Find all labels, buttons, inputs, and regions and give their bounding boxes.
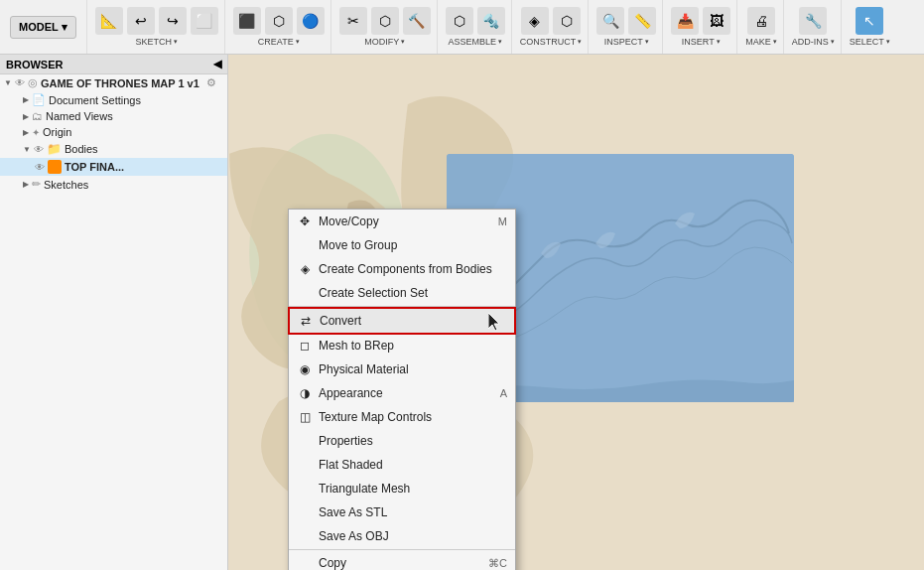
create-arrow: ▾ [296,38,300,46]
sketch-arrow: ▾ [174,38,178,46]
browser-item-sketches[interactable]: ▶ ✏ Sketches [0,176,227,193]
ctx-save-stl[interactable]: Save As STL [289,500,515,524]
browser-collapse[interactable]: ◀ [213,58,221,71]
top-fina-body-icon [48,160,62,174]
ctx-create-components-label: Create Components from Bodies [319,262,492,276]
browser-item-bodies[interactable]: ▼ 👁 📁 Bodies [0,140,227,158]
ctx-move-copy[interactable]: ✥ Move/Copy M [289,210,515,233]
ctx-copy-label: Copy [319,556,346,570]
ctx-flat-shaded[interactable]: Flat Shaded [289,453,515,477]
ctx-separator-1 [289,306,515,307]
physical-material-icon: ◉ [297,361,313,377]
assemble-group: ⬡ 🔩 ASSEMBLE ▾ [440,0,512,54]
assemble-icon1[interactable]: ⬡ [446,7,473,35]
ctx-create-selection-label: Create Selection Set [319,286,428,300]
root-label: GAME OF THRONES MAP 1 v1 [41,77,199,89]
sketch-icon1[interactable]: 📐 [95,7,123,35]
browser-title: BROWSER [6,59,63,71]
make-arrow: ▾ [773,38,777,46]
addins-icon1[interactable]: 🔧 [799,7,827,35]
named-views-label: Named Views [46,110,113,122]
mesh-brep-icon: ◻ [297,338,313,354]
flat-shaded-icon [297,457,313,473]
save-stl-icon [297,504,313,520]
insert-arrow: ▾ [717,38,721,46]
ctx-appearance[interactable]: ◑ Appearance A [289,381,515,405]
ctx-move-to-group[interactable]: Move to Group [289,233,515,257]
create-icon3[interactable]: 🔵 [297,7,325,35]
create-icon2[interactable]: ⬡ [265,7,293,35]
modify-icon3[interactable]: 🔨 [403,7,431,35]
select-group: ↖ SELECT ▾ [844,0,896,54]
ctx-triangulate-mesh[interactable]: Triangulate Mesh [289,477,515,500]
insert-label[interactable]: INSERT ▾ [682,37,721,47]
ctx-save-stl-label: Save As STL [319,505,387,519]
cursor-icon [488,313,502,333]
sketch-label[interactable]: SKETCH ▾ [135,37,178,47]
ctx-texture-map[interactable]: ◫ Texture Map Controls [289,405,515,429]
construct-icon2[interactable]: ⬡ [553,7,581,35]
create-label[interactable]: CREATE ▾ [258,37,300,47]
move-copy-icon: ✥ [297,214,313,229]
browser-item-named-views[interactable]: ▶ 🗂 Named Views [0,108,227,124]
insert-icon1[interactable]: 📥 [671,7,699,35]
sketch-icon2[interactable]: ↩ [127,7,155,35]
ctx-mesh-to-brep[interactable]: ◻ Mesh to BRep [289,334,515,357]
root-eye-icon: 👁 [15,77,25,88]
model-arrow: ▾ [62,21,67,34]
inspect-icon2[interactable]: 📏 [628,7,656,35]
ctx-save-obj-label: Save As OBJ [319,529,389,543]
root-icon: ◎ [28,76,38,89]
modify-icon2[interactable]: ⬡ [371,7,399,35]
browser-item-top-fina[interactable]: 👁 TOP FINA... [0,158,227,176]
select-label[interactable]: SELECT ▾ [850,37,890,47]
top-fina-label: TOP FINA... [65,161,124,173]
ctx-convert[interactable]: ⇄ Convert [289,308,515,334]
browser-item-doc-settings[interactable]: ▶ 📄 Document Settings [0,91,227,108]
ctx-properties[interactable]: Properties [289,429,515,453]
ctx-physical-material[interactable]: ◉ Physical Material [289,357,515,381]
modify-icon1[interactable]: ✂ [339,7,367,35]
assemble-label[interactable]: ASSEMBLE ▾ [448,37,502,47]
select-icon1[interactable]: ↖ [856,7,883,35]
assemble-icon2[interactable]: 🔩 [477,7,505,35]
ctx-flat-shaded-label: Flat Shaded [319,458,383,472]
doc-settings-expand-icon: ▶ [23,95,29,104]
make-icon1[interactable]: 🖨 [747,7,775,35]
save-obj-icon [297,528,313,544]
ctx-create-components[interactable]: ◈ Create Components from Bodies [289,257,515,281]
create-selection-icon [297,285,313,301]
modify-label[interactable]: MODIFY ▾ [364,37,405,47]
inspect-icon1[interactable]: 🔍 [596,7,624,35]
model-button[interactable]: MODEL ▾ [10,16,76,39]
browser-item-origin[interactable]: ▶ ✦ Origin [0,124,227,140]
addins-label[interactable]: ADD-INS ▾ [792,37,835,47]
inspect-arrow: ▾ [645,38,649,46]
make-label[interactable]: MAKE ▾ [745,37,777,47]
construct-icon1[interactable]: ◈ [521,7,549,35]
bodies-label: Bodies [65,143,98,155]
create-icon1[interactable]: ⬛ [233,7,261,35]
ctx-triangulate-label: Triangulate Mesh [319,482,410,496]
browser-item-root[interactable]: ▼ 👁 ◎ GAME OF THRONES MAP 1 v1 ⚙ [0,74,227,91]
inspect-label[interactable]: INSPECT ▾ [604,37,649,47]
ctx-separator-2 [289,549,515,550]
root-expand-icon: ▼ [4,78,12,87]
copy-icon [297,555,313,570]
assemble-arrow: ▾ [498,38,502,46]
ctx-move-copy-label: Move/Copy [319,214,379,228]
move-copy-shortcut: M [498,215,507,227]
sketches-label: Sketches [44,179,88,191]
root-settings-icon: ⚙ [206,76,216,89]
ctx-save-obj[interactable]: Save As OBJ [289,524,515,548]
texture-map-icon: ◫ [297,409,313,425]
insert-group: 📥 🖼 INSERT ▾ [665,0,737,54]
ctx-create-selection-set[interactable]: Create Selection Set [289,281,515,305]
sketch-icon4[interactable]: ⬜ [191,7,218,35]
construct-label[interactable]: CONSTRUCT ▾ [520,37,583,47]
insert-icon2[interactable]: 🖼 [703,7,730,35]
sketch-group: 📐 ↩ ↪ ⬜ SKETCH ▾ [89,0,225,54]
ctx-copy[interactable]: Copy ⌘C [289,551,515,570]
ctx-mesh-to-brep-label: Mesh to BRep [319,339,394,353]
sketch-icon3[interactable]: ↪ [159,7,187,35]
